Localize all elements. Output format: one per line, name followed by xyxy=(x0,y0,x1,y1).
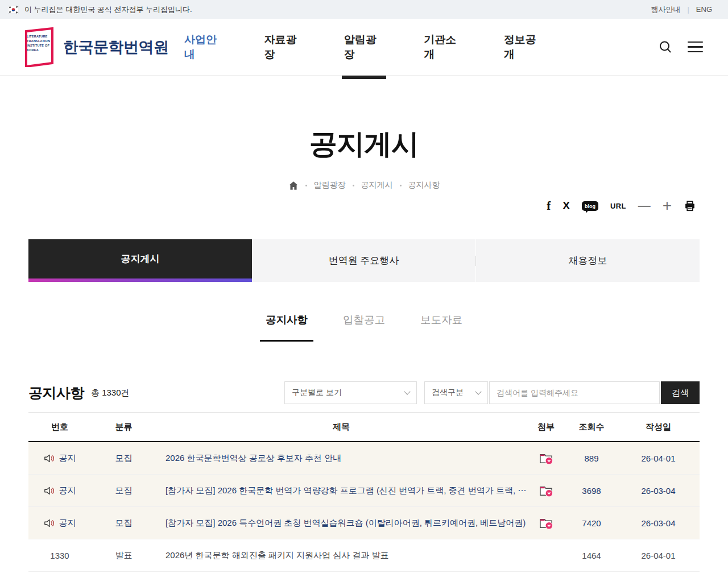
print-icon[interactable] xyxy=(684,200,696,212)
col-header-number: 번호 xyxy=(28,422,91,433)
divider: | xyxy=(687,5,689,14)
font-decrease-icon[interactable]: — xyxy=(638,199,651,212)
attachment-download-icon[interactable] xyxy=(539,484,554,497)
subtab-press[interactable]: 보도자료 xyxy=(415,308,468,342)
tab-recruitment[interactable]: 채용정보 xyxy=(476,239,700,282)
row-category: 모집 xyxy=(91,485,156,496)
gov-banner-text: 이 누리집은 대한민국 공식 전자정부 누리집입니다. xyxy=(24,5,192,15)
col-header-attachment: 첨부 xyxy=(526,422,566,433)
row-date: 26-04-01 xyxy=(617,454,700,463)
home-icon[interactable] xyxy=(288,181,299,190)
breadcrumb-link-3[interactable]: 공지사항 xyxy=(408,180,440,190)
list-title: 공지사항 xyxy=(28,384,84,402)
copy-url-button[interactable]: URL xyxy=(610,202,626,210)
col-header-views: 조회수 xyxy=(566,422,617,433)
facebook-share-icon[interactable]: f xyxy=(547,199,551,213)
subtab-notices[interactable]: 공지사항 xyxy=(260,308,313,342)
tab-major-events[interactable]: 번역원 주요행사 xyxy=(252,239,475,282)
row-date: 26-03-04 xyxy=(617,486,700,496)
search-area: 구분별로 보기 검색구분 검색 xyxy=(284,381,700,404)
row-number: 1330 xyxy=(50,551,69,560)
font-increase-icon[interactable]: + xyxy=(663,198,672,214)
col-header-title: 제목 xyxy=(156,422,526,433)
page-title: 공지게시 xyxy=(0,126,728,163)
col-header-category: 분류 xyxy=(91,422,156,433)
search-field-select[interactable]: 검색구분 xyxy=(424,381,488,404)
table-row: 공지 모집 2026 한국문학번역상 공로상 후보자 추천 안내 889 26-… xyxy=(28,442,700,475)
notice-title-link[interactable]: [참가자 모집] 2026 한국문학 번역가 역량강화 프로그램 (신진 번역가… xyxy=(166,485,526,495)
nav-item-disclosure[interactable]: 정보공개 xyxy=(502,16,546,78)
table-row: 공지 모집 [참가자 모집] 2026 한국문학 번역가 역량강화 프로그램 (… xyxy=(28,475,700,507)
breadcrumb-link-2[interactable]: 공지게시 xyxy=(361,180,393,190)
row-date: 26-04-01 xyxy=(617,551,700,560)
search-button[interactable]: 검색 xyxy=(661,381,700,404)
site-header: LITERATURE TRANSLATION INSTITUTE OF KORE… xyxy=(0,19,728,76)
nav-item-notices[interactable]: 알림광장 xyxy=(342,16,386,78)
table-row: 공지 모집 [참가자 모집] 2026 특수언어권 초청 번역실습워크숍 (이탈… xyxy=(28,507,700,539)
nav-item-resources[interactable]: 자료광장 xyxy=(262,16,306,78)
sub-tabs: 공지사항 입찰공고 보도자료 xyxy=(0,308,728,342)
search-input[interactable] xyxy=(489,381,660,404)
notice-table: 번호 분류 제목 첨부 조회수 작성일 공지 모집 2026 한국문학번역상 공… xyxy=(28,412,700,572)
page: 이 누리집은 대한민국 공식 전자정부 누리집입니다. 행사안내 | ENG L… xyxy=(0,0,728,582)
row-category: 모집 xyxy=(91,518,156,529)
col-header-date: 작성일 xyxy=(617,422,700,433)
row-views: 3698 xyxy=(566,486,617,496)
row-number: 공지 xyxy=(59,453,76,464)
search-icon[interactable] xyxy=(658,40,673,55)
breadcrumb: 알림광장 공지게시 공지사항 xyxy=(0,180,728,190)
blog-share-icon[interactable]: blog xyxy=(582,201,598,211)
category-filter-select[interactable]: 구분별로 보기 xyxy=(284,381,417,404)
event-guide-link[interactable]: 행사안내 xyxy=(651,5,680,15)
row-views: 7420 xyxy=(566,518,617,528)
chevron-down-icon xyxy=(404,388,410,394)
logo-mark-icon: LITERATURE TRANSLATION INSTITUTE OF KORE… xyxy=(23,27,56,67)
korea-flag-icon xyxy=(8,6,19,14)
table-header-row: 번호 분류 제목 첨부 조회수 작성일 xyxy=(28,413,700,442)
nav-item-business[interactable]: 사업안내 xyxy=(182,16,226,78)
site-logo[interactable]: LITERATURE TRANSLATION INSTITUTE OF KORE… xyxy=(23,27,169,67)
row-number: 공지 xyxy=(59,485,76,496)
row-views: 1464 xyxy=(566,551,617,560)
row-category: 발표 xyxy=(91,550,156,561)
notice-title-link[interactable]: 2026년 한국문학 해외진출 패키지 지원사업 심사 결과 발표 xyxy=(166,550,389,560)
notice-title-link[interactable]: 2026 한국문학번역상 공로상 후보자 추천 안내 xyxy=(166,453,341,463)
nav-item-about[interactable]: 기관소개 xyxy=(421,16,466,78)
speaker-icon xyxy=(44,486,55,496)
x-share-icon[interactable]: X xyxy=(562,199,570,212)
list-header: 공지사항 총 1330건 구분별로 보기 검색구분 검색 xyxy=(28,381,700,404)
row-views: 889 xyxy=(566,454,617,463)
subtab-bids[interactable]: 입찰공고 xyxy=(337,308,391,342)
main-nav: 사업안내 자료광장 알림광장 기관소개 정보공개 xyxy=(182,16,546,78)
chevron-down-icon xyxy=(475,388,481,394)
logo-title: 한국문학번역원 xyxy=(63,37,169,57)
board-tabs: 공지게시 번역원 주요행사 채용정보 xyxy=(28,239,700,282)
language-link[interactable]: ENG xyxy=(696,5,712,14)
row-category: 모집 xyxy=(91,453,156,464)
list-total-count: 총 1330건 xyxy=(91,388,130,398)
row-number: 공지 xyxy=(59,518,76,529)
row-date: 26-03-04 xyxy=(617,518,700,528)
breadcrumb-link-1[interactable]: 알림광장 xyxy=(314,180,346,190)
attachment-download-icon[interactable] xyxy=(539,517,554,530)
table-row: 1330 발표 2026년 한국문학 해외진출 패키지 지원사업 심사 결과 발… xyxy=(28,539,700,572)
attachment-download-icon[interactable] xyxy=(539,452,554,465)
share-toolbar: f X blog URL — + xyxy=(0,190,728,213)
menu-icon[interactable] xyxy=(688,41,703,53)
speaker-icon xyxy=(44,518,55,528)
logo-subtitle: LITERATURE TRANSLATION INSTITUTE OF KORE… xyxy=(27,34,49,53)
notice-title-link[interactable]: [참가자 모집] 2026 특수언어권 초청 번역실습워크숍 (이탈리아어권, … xyxy=(166,518,526,527)
tab-notice-board[interactable]: 공지게시 xyxy=(28,239,252,282)
speaker-icon xyxy=(44,454,55,463)
